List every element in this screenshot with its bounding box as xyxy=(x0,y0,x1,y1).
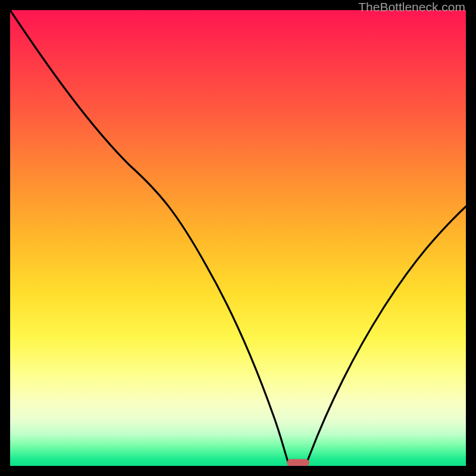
curve-path xyxy=(10,10,466,464)
plot-area xyxy=(10,10,466,466)
watermark-label: TheBottleneck.com xyxy=(358,0,465,14)
bottleneck-curve xyxy=(10,10,466,466)
optimal-marker xyxy=(287,459,309,466)
chart-frame: TheBottleneck.com xyxy=(0,0,476,476)
